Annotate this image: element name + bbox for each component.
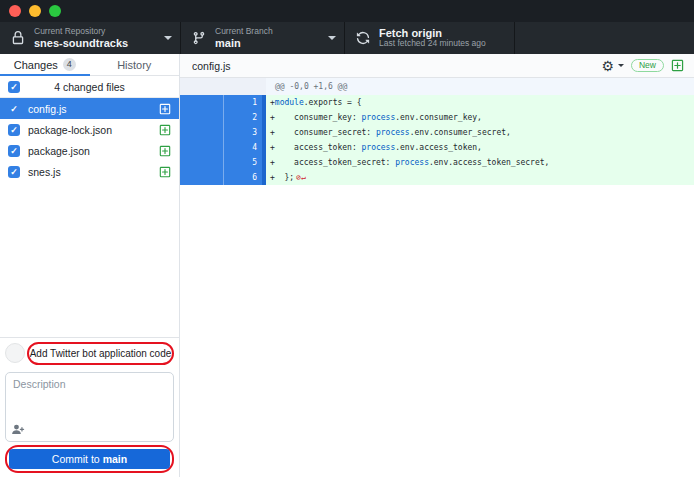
tab-changes[interactable]: Changes 4 xyxy=(0,54,90,75)
diff-line-gutter[interactable]: 2 xyxy=(180,110,266,125)
annotation-highlight-commit-button: Commit to main xyxy=(5,445,174,473)
current-repository-button[interactable]: Current Repository snes-soundtracks xyxy=(0,22,181,54)
avatar xyxy=(5,343,25,363)
new-line-number: 5 xyxy=(224,155,262,170)
old-line-number-cell xyxy=(180,155,224,170)
file-row-package.json[interactable]: ✓package.json xyxy=(0,140,179,161)
toolbar: Current Repository snes-soundtracks Curr… xyxy=(0,22,694,54)
commit-area: Add Twitter bot application code Descrip… xyxy=(0,337,179,477)
changed-files-count: 4 changed files xyxy=(0,81,179,93)
file-checkbox[interactable]: ✓ xyxy=(8,145,20,157)
current-repository-label: Current Repository xyxy=(34,27,128,37)
close-window-button[interactable] xyxy=(9,5,21,17)
fetch-origin-button[interactable]: Fetch origin Last fetched 24 minutes ago xyxy=(345,22,515,54)
diff-code-text: + };⊘↵ xyxy=(266,170,694,185)
file-status-added-icon xyxy=(159,166,171,178)
diff-line-gutter[interactable]: 4 xyxy=(180,140,266,155)
new-line-number: 2 xyxy=(224,110,262,125)
description-placeholder: Description xyxy=(13,378,66,390)
file-checkbox[interactable]: ✓ xyxy=(8,166,20,178)
diff-line-gutter[interactable]: 3 xyxy=(180,125,266,140)
file-checkbox[interactable]: ✓ xyxy=(8,124,20,136)
sidebar-spacer xyxy=(0,182,179,337)
select-all-row: ✓ 4 changed files xyxy=(0,76,179,98)
diff-panel: config.js ⚙ New @@ -0,0 +1,6 @@ 1+module… xyxy=(180,54,694,477)
add-coauthor-icon[interactable] xyxy=(12,423,25,436)
current-branch-button[interactable]: Current Branch main xyxy=(181,22,345,54)
old-line-number-cell xyxy=(180,110,224,125)
old-line-number-cell xyxy=(180,140,224,155)
diff-code-text: +module.exports = { xyxy=(266,95,694,110)
commit-button-branch: main xyxy=(103,453,128,465)
commit-summary-input[interactable]: Add Twitter bot application code xyxy=(30,348,172,359)
chevron-down-icon xyxy=(618,64,624,67)
diff-code-text: + access_token: process.env.access_token… xyxy=(266,140,694,155)
diff-line-2: 2+ consumer_key: process.env.consumer_ke… xyxy=(180,110,694,125)
commit-button-label: Commit to xyxy=(52,453,100,465)
select-all-checkbox[interactable]: ✓ xyxy=(8,81,20,93)
diff-header: config.js ⚙ New xyxy=(180,54,694,78)
file-row-package-lock.json[interactable]: ✓package-lock.json xyxy=(0,119,179,140)
lock-icon xyxy=(10,31,26,45)
git-branch-icon xyxy=(191,31,207,45)
commit-summary-row: Add Twitter bot application code xyxy=(5,341,174,365)
chevron-down-icon xyxy=(328,36,336,40)
old-line-number-cell xyxy=(180,95,224,110)
sync-icon xyxy=(355,31,371,45)
diff-code-text: + consumer_secret: process.env.consumer_… xyxy=(266,125,694,140)
file-checkbox[interactable]: ✓ xyxy=(8,103,20,115)
titlebar xyxy=(0,0,694,22)
diff-file-name: config.js xyxy=(192,60,231,72)
diff-code-text: + access_token_secret: process.env.acces… xyxy=(266,155,694,170)
tab-changes-label: Changes xyxy=(14,59,58,71)
current-repository-value: snes-soundtracks xyxy=(34,37,128,50)
toolbar-empty-area xyxy=(515,22,694,54)
new-file-badge: New xyxy=(631,59,664,73)
diff-line-gutter[interactable]: 6 xyxy=(180,170,266,185)
new-line-number: 6 xyxy=(224,170,262,185)
file-status-added-icon xyxy=(159,124,171,136)
file-name: snes.js xyxy=(28,166,61,178)
file-row-config.js[interactable]: ✓config.js xyxy=(0,98,179,119)
diff-options-button[interactable]: ⚙ xyxy=(601,59,624,73)
file-name: package.json xyxy=(28,145,90,157)
diff-line-4: 4+ access_token: process.env.access_toke… xyxy=(180,140,694,155)
current-branch-label: Current Branch xyxy=(215,27,273,37)
file-name: package-lock.json xyxy=(28,124,112,136)
diff-line-5: 5+ access_token_secret: process.env.acce… xyxy=(180,155,694,170)
changes-count-badge: 4 xyxy=(63,58,76,71)
old-line-number-cell xyxy=(180,125,224,140)
diff-line-gutter[interactable]: 5 xyxy=(180,155,266,170)
file-status-added-icon xyxy=(159,145,171,157)
diff-code-text: + consumer_key: process.env.consumer_key… xyxy=(266,110,694,125)
tab-history[interactable]: History xyxy=(90,54,180,75)
new-line-number: 4 xyxy=(224,140,262,155)
file-name: config.js xyxy=(28,103,67,115)
zoom-window-button[interactable] xyxy=(49,5,61,17)
hunk-header-text: @@ -0,0 +1,6 @@ xyxy=(266,78,694,95)
file-row-snes.js[interactable]: ✓snes.js xyxy=(0,161,179,182)
fetch-origin-subtitle: Last fetched 24 minutes ago xyxy=(379,39,486,49)
app-window: Current Repository snes-soundtracks Curr… xyxy=(0,0,694,477)
old-line-number-cell xyxy=(180,170,224,185)
diff-line-6: 6+ };⊘↵ xyxy=(180,170,694,185)
chevron-down-icon xyxy=(164,36,172,40)
content: Changes 4 History ✓ 4 changed files ✓con… xyxy=(0,54,694,477)
diff-line-gutter[interactable]: 1 xyxy=(180,95,266,110)
annotation-highlight-summary: Add Twitter bot application code xyxy=(27,342,174,365)
file-status-added-icon xyxy=(159,103,171,115)
new-line-number: 3 xyxy=(224,125,262,140)
current-branch-value: main xyxy=(215,37,273,50)
tab-history-label: History xyxy=(117,59,151,71)
minimize-window-button[interactable] xyxy=(29,5,41,17)
file-list: ✓config.js✓package-lock.json✓package.jso… xyxy=(0,98,179,182)
diff-added-icon[interactable] xyxy=(671,59,684,72)
diff-line-3: 3+ consumer_secret: process.env.consumer… xyxy=(180,125,694,140)
diff-hunk-header: @@ -0,0 +1,6 @@ xyxy=(180,78,694,95)
commit-description-input[interactable]: Description xyxy=(5,372,174,442)
sidebar: Changes 4 History ✓ 4 changed files ✓con… xyxy=(0,54,180,477)
diff-lines: 1+module.exports = {2+ consumer_key: pro… xyxy=(180,95,694,185)
hunk-gutter xyxy=(180,78,266,95)
gear-icon: ⚙ xyxy=(601,59,614,73)
commit-button[interactable]: Commit to main xyxy=(9,449,170,469)
